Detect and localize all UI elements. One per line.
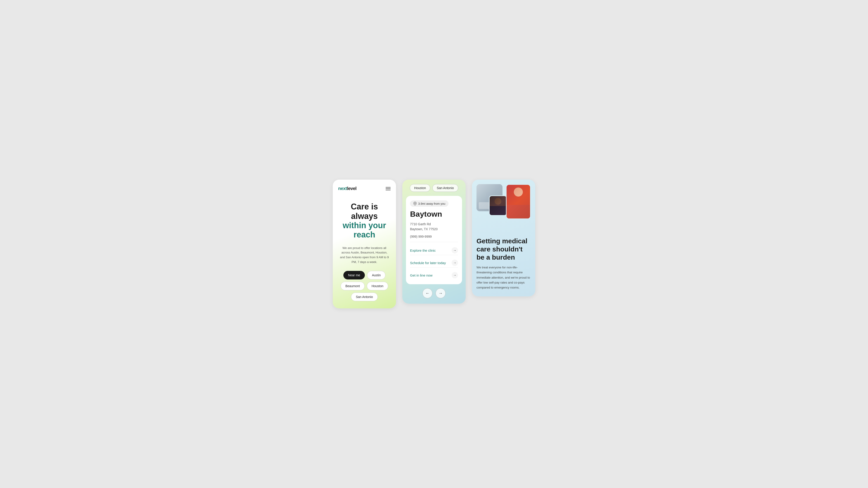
location-detail-card: Houston San Antonio 3.9mi away from you … [402,180,466,304]
location-address: 7710 Garth Rd Baytown, TX 77520 [410,222,458,232]
filter-near-me[interactable]: Near me [343,271,365,280]
action-schedule[interactable]: Schedule for later today → [410,258,458,267]
card3-content: Getting medical care shouldn't be a burd… [476,237,531,290]
logo: nextlevel [338,186,356,191]
hero-subtitle: We are proud to offer locations all acro… [338,246,391,265]
next-button[interactable]: → [436,288,445,298]
svg-point-0 [414,203,415,204]
person2-image [506,184,531,219]
location-phone: (999) 999-9999 [410,235,458,238]
schedule-arrow-icon: → [452,260,458,266]
menu-icon[interactable] [385,187,391,190]
filter-buttons: Near me Austin Beaumont Houston San Anto… [338,271,391,301]
location-pin-icon [413,202,417,205]
card3-images [476,184,531,232]
action-get-in-line[interactable]: Get in line now → [410,271,458,280]
prev-button[interactable]: ← [423,288,432,298]
filter-austin[interactable]: Austin [367,271,385,280]
distance-text: 3.9mi away from you [418,202,445,205]
tab-houston[interactable]: Houston [410,184,430,192]
explore-arrow-icon: → [452,247,458,254]
hero-card: nextlevel Care is always within your rea… [333,180,396,308]
hero-line2: always [351,212,378,221]
location-name: Baytown [410,210,458,218]
get-in-line-arrow-icon: → [452,272,458,278]
action-explore[interactable]: Explore the clinic → [410,246,458,255]
get-in-line-label: Get in line now [410,273,432,277]
value-prop-card: Getting medical care shouldn't be a burd… [472,180,535,296]
cards-container: nextlevel Care is always within your rea… [333,180,535,308]
filter-san-antonio[interactable]: San Antonio [351,293,378,301]
tab-san-antonio[interactable]: San Antonio [432,184,458,192]
card1-header: nextlevel [338,186,391,191]
logo-next: next [338,186,347,191]
filter-houston[interactable]: Houston [367,282,388,290]
address-line1: 7710 Garth Rd [410,222,431,226]
hero-line4: reach [353,230,375,239]
address-line2: Baytown, TX 77520 [410,227,438,231]
card3-description: We treat everyone for non-life-threateni… [476,265,531,290]
schedule-label: Schedule for later today [410,261,446,265]
hero-line3: within your [343,221,386,230]
explore-label: Explore the clinic [410,249,436,252]
city-tabs: Houston San Antonio [406,184,462,192]
location-info-card: 3.9mi away from you Baytown 7710 Garth R… [406,196,462,284]
hero-text: Care is always within your reach [338,202,391,239]
carousel-nav: ← → [406,288,462,298]
person1-image [489,195,507,216]
card3-title: Getting medical care shouldn't be a burd… [476,237,531,261]
hero-title: Care is always within your reach [338,202,391,239]
divider [410,242,458,242]
distance-badge: 3.9mi away from you [410,200,448,207]
logo-level: level [347,186,356,191]
filter-beaumont[interactable]: Beaumont [341,282,365,290]
hero-line1: Care is [351,202,378,211]
